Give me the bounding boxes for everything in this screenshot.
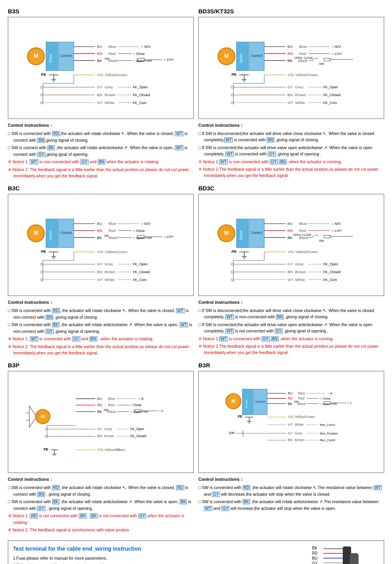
wire-label-bu: BU — [311, 556, 318, 560]
svg-text:Blue: Blue — [108, 397, 115, 401]
svg-text:FK_Com: FK_Com — [133, 101, 147, 105]
svg-text:BN: BN — [97, 270, 102, 274]
svg-text:BN: BN — [288, 438, 292, 442]
instructions-bd3s: Control instructions： If SW is disconnec… — [198, 122, 384, 179]
svg-text:WT: WT — [288, 423, 293, 427]
svg-text:GY: GY — [287, 85, 293, 89]
svg-text:RD: RD — [287, 51, 293, 56]
svg-text:BK: BK — [97, 235, 102, 240]
svg-text:Fuse: Fuse — [331, 402, 337, 405]
svg-text:Grey: Grey — [295, 431, 303, 435]
svg-text:○ L: ○ L — [347, 401, 352, 405]
diagram-bd3s: M Driver Control BU Blue ○ N/V- RD Red ○… — [198, 17, 384, 119]
svg-text:○ N/V-: ○ N/V- — [141, 222, 151, 226]
svg-point-159 — [40, 271, 43, 273]
svg-text:BK: BK — [97, 58, 102, 63]
svg-text:Driver: Driver — [239, 231, 243, 240]
diagram-b3p: M BU Blue ○ N RD Red ○ Close BK SW Black… — [8, 371, 194, 473]
diagram-b3c: M Driver Control BU Blue ○ N/V- RD Red ○… — [8, 194, 194, 296]
svg-text:Yellow/Green: Yellow/Green — [105, 73, 127, 77]
svg-text:Y/G: Y/G — [287, 250, 294, 254]
svg-text:○ N: ○ N — [138, 397, 143, 401]
svg-text:FK_Com: FK_Com — [323, 278, 337, 282]
svg-text:○ L: ○ L — [159, 409, 164, 413]
svg-text:Control: Control — [251, 54, 262, 58]
instructions-bd3c: Control instructions： If SW is disconnec… — [198, 299, 384, 356]
section-title-b3r: B3R — [198, 362, 384, 369]
svg-text:GY: GY — [288, 431, 293, 435]
svg-text:BU: BU — [287, 44, 293, 49]
svg-text:Black: Black — [298, 402, 306, 406]
svg-text:GY: GY — [97, 85, 103, 89]
svg-point-222 — [231, 279, 233, 281]
section-title-bd3c: BD3C — [198, 185, 384, 192]
svg-text:PE: PE — [41, 249, 46, 254]
svg-text:Red: Red — [299, 228, 306, 233]
svg-text:BN: BN — [97, 93, 102, 97]
svg-text:RD: RD — [97, 403, 103, 407]
svg-text:Yellow/Green: Yellow/Green — [104, 448, 125, 452]
instructions-b3r: Control instructions： SW is connected wi… — [198, 476, 384, 511]
svg-text:White: White — [295, 423, 304, 427]
svg-text:RD: RD — [287, 228, 293, 233]
svg-text:Brown: Brown — [104, 434, 114, 438]
svg-text:○ Close: ○ Close — [133, 229, 145, 233]
svg-text:M: M — [224, 230, 229, 236]
svg-text:Grey: Grey — [104, 427, 112, 431]
svg-text:Yellow/Green: Yellow/Green — [295, 415, 315, 419]
svg-text:RD: RD — [97, 51, 102, 56]
svg-text:Y/G: Y/G — [97, 250, 103, 254]
diagram-b3r: M Driver Control BU Blue ○ N RD Red ○ Cl… — [198, 371, 384, 473]
svg-text:Fuse: Fuse — [145, 59, 152, 62]
svg-text:M: M — [34, 53, 38, 59]
svg-text:Control: Control — [255, 400, 265, 403]
svg-point-52 — [40, 102, 43, 104]
svg-text:BU: BU — [97, 44, 102, 49]
svg-text:Driver: Driver — [245, 400, 248, 408]
svg-point-216 — [231, 271, 233, 273]
svg-rect-81 — [324, 58, 330, 61]
svg-text:Y/G: Y/G — [288, 415, 294, 419]
svg-text:Y/G: Y/G — [97, 448, 103, 452]
svg-text:SW: SW — [319, 62, 324, 66]
svg-text:Res_Com2: Res_Com2 — [320, 438, 335, 442]
svg-text:○ Open: ○ Open — [133, 236, 145, 240]
svg-text:White: White — [105, 277, 115, 282]
svg-text:Res_Position: Res_Position — [320, 432, 338, 435]
instructions-b3s: Control instructions： SW is connected wi… — [8, 122, 194, 179]
svg-text:FK_Open: FK_Open — [133, 262, 148, 266]
svg-text:M: M — [34, 230, 38, 236]
svg-text:WT: WT — [97, 100, 103, 105]
svg-text:WT: WT — [97, 277, 103, 282]
svg-rect-194 — [324, 235, 330, 238]
svg-text:○ N: ○ N — [327, 392, 332, 395]
svg-text:Brown: Brown — [105, 270, 116, 274]
svg-text:Black: Black — [107, 410, 116, 414]
svg-text:White: White — [295, 100, 305, 105]
svg-text:Black: Black — [299, 235, 309, 240]
svg-text:Fuse: Fuse — [145, 236, 152, 239]
svg-text:Fuse: Fuse — [142, 410, 148, 413]
svg-text:Driver: Driver — [49, 54, 53, 63]
svg-text:RD: RD — [288, 396, 293, 400]
svg-point-109 — [231, 102, 233, 104]
svg-text:SW: SW — [319, 239, 324, 243]
svg-text:Black: Black — [109, 58, 118, 63]
svg-rect-335 — [350, 553, 358, 564]
svg-text:Grey: Grey — [105, 262, 113, 266]
svg-point-256 — [45, 428, 47, 430]
svg-text:Blue: Blue — [299, 221, 307, 226]
svg-text:PE: PE — [238, 415, 243, 419]
svg-point-210 — [231, 263, 233, 265]
svg-text:Grey: Grey — [295, 85, 303, 89]
svg-text:Red: Red — [109, 228, 116, 233]
svg-text:Grey: Grey — [295, 262, 303, 266]
svg-text:M: M — [224, 53, 229, 59]
svg-text:Driver: Driver — [49, 231, 53, 240]
svg-text:PE: PE — [44, 447, 48, 451]
svg-text:○ Close: ○ Close — [131, 403, 142, 407]
svg-text:○ Open: ○ Open — [131, 410, 142, 414]
wire-label-rd: RD — [311, 551, 318, 555]
diagram-b3s: M Driver Control BU Blue ○ N/V- RD Red ○… — [8, 17, 194, 119]
svg-text:Res_Com1: Res_Com1 — [320, 423, 335, 427]
